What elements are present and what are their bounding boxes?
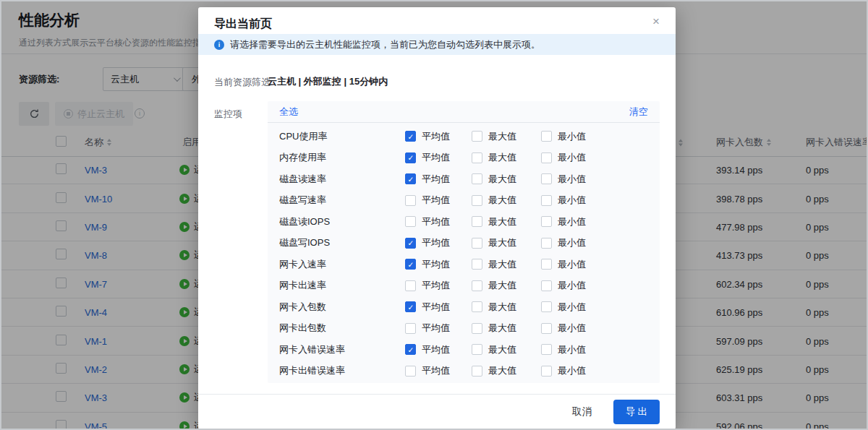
max-checkbox[interactable] [472, 301, 482, 312]
max-label: 最大值 [488, 130, 516, 143]
max-checkbox-group[interactable]: 最大值 [472, 301, 516, 314]
avg-checkbox[interactable] [405, 344, 416, 355]
min-checkbox-group[interactable]: 最小值 [541, 322, 586, 335]
min-checkbox[interactable] [541, 238, 552, 249]
avg-label: 平均值 [422, 215, 450, 228]
avg-checkbox[interactable] [405, 152, 416, 163]
metric-name: CPU使用率 [279, 130, 395, 143]
metric-name: 网卡入错误速率 [279, 343, 395, 356]
min-checkbox[interactable] [541, 195, 552, 206]
avg-checkbox[interactable] [405, 238, 416, 249]
min-checkbox[interactable] [541, 131, 552, 142]
metric-row: 网卡出错误速率 平均值 最大值 最小值 [268, 361, 660, 382]
avg-checkbox[interactable] [405, 323, 416, 334]
min-label: 最小值 [558, 364, 586, 377]
max-checkbox[interactable] [472, 238, 482, 249]
min-checkbox-group[interactable]: 最小值 [541, 364, 586, 377]
metric-row: 磁盘读速率 平均值 最大值 最小值 [268, 168, 660, 190]
max-checkbox[interactable] [472, 152, 482, 163]
avg-checkbox-group[interactable]: 平均值 [405, 322, 450, 335]
metric-row: 网卡出速率 平均值 最大值 最小值 [268, 275, 660, 297]
avg-checkbox[interactable] [405, 195, 416, 206]
min-checkbox-group[interactable]: 最小值 [541, 215, 586, 228]
max-label: 最大值 [488, 279, 516, 292]
metric-name: 内存使用率 [279, 151, 395, 164]
min-checkbox-group[interactable]: 最小值 [541, 279, 586, 292]
avg-checkbox-group[interactable]: 平均值 [405, 279, 450, 292]
min-checkbox-group[interactable]: 最小值 [541, 258, 586, 271]
metric-name: 网卡入速率 [279, 258, 395, 271]
close-icon[interactable]: × [652, 15, 660, 27]
min-checkbox-group[interactable]: 最小值 [541, 301, 586, 314]
current-filter-value: 云主机 | 外部监控 | 15分钟内 [268, 75, 388, 88]
avg-checkbox-group[interactable]: 平均值 [405, 215, 450, 228]
avg-checkbox-group[interactable]: 平均值 [405, 343, 450, 356]
max-checkbox-group[interactable]: 最大值 [472, 322, 516, 335]
min-label: 最小值 [558, 258, 586, 271]
avg-checkbox-group[interactable]: 平均值 [405, 301, 450, 314]
min-checkbox-group[interactable]: 最小值 [541, 151, 586, 164]
max-checkbox[interactable] [472, 366, 482, 377]
avg-checkbox[interactable] [405, 131, 416, 142]
max-checkbox-group[interactable]: 最大值 [472, 364, 516, 377]
max-checkbox[interactable] [472, 323, 482, 334]
max-checkbox-group[interactable]: 最大值 [472, 130, 516, 143]
clear-link[interactable]: 清空 [629, 106, 648, 119]
min-checkbox[interactable] [541, 173, 552, 184]
max-checkbox-group[interactable]: 最大值 [472, 279, 516, 292]
min-label: 最小值 [558, 279, 586, 292]
dialog-title: 导出当前页 [214, 17, 272, 32]
min-checkbox-group[interactable]: 最小值 [541, 173, 586, 186]
metric-row: 网卡入速率 平均值 最大值 最小值 [268, 254, 660, 275]
min-checkbox-group[interactable]: 最小值 [541, 194, 586, 207]
export-dialog: 导出当前页 × i 请选择需要导出的云主机性能监控项，当前已为您自动勾选列表中展… [198, 7, 676, 429]
min-checkbox-group[interactable]: 最小值 [541, 236, 586, 249]
min-checkbox[interactable] [541, 301, 552, 312]
max-checkbox-group[interactable]: 最大值 [472, 151, 516, 164]
min-checkbox[interactable] [541, 323, 552, 334]
select-all-link[interactable]: 全选 [279, 106, 298, 119]
avg-checkbox[interactable] [405, 280, 416, 291]
min-checkbox[interactable] [541, 366, 552, 377]
avg-checkbox[interactable] [405, 216, 416, 227]
metric-row: 网卡出包数 平均值 最大值 最小值 [268, 318, 660, 340]
max-checkbox-group[interactable]: 最大值 [472, 215, 516, 228]
max-checkbox[interactable] [472, 216, 482, 227]
min-checkbox[interactable] [541, 344, 552, 355]
avg-checkbox-group[interactable]: 平均值 [405, 194, 450, 207]
min-checkbox[interactable] [541, 152, 552, 163]
avg-checkbox[interactable] [405, 259, 416, 270]
min-checkbox[interactable] [541, 216, 552, 227]
avg-checkbox-group[interactable]: 平均值 [405, 364, 450, 377]
max-checkbox-group[interactable]: 最大值 [472, 343, 516, 356]
min-checkbox[interactable] [541, 280, 552, 291]
min-label: 最小值 [558, 301, 586, 314]
avg-checkbox-group[interactable]: 平均值 [405, 173, 450, 186]
avg-checkbox-group[interactable]: 平均值 [405, 130, 450, 143]
avg-checkbox[interactable] [405, 173, 416, 184]
max-checkbox-group[interactable]: 最大值 [472, 173, 516, 186]
max-checkbox[interactable] [472, 259, 482, 270]
max-label: 最大值 [488, 194, 516, 207]
avg-checkbox-group[interactable]: 平均值 [405, 151, 450, 164]
avg-checkbox[interactable] [405, 301, 416, 312]
max-checkbox[interactable] [472, 195, 482, 206]
cancel-button[interactable]: 取消 [572, 405, 592, 418]
avg-checkbox-group[interactable]: 平均值 [405, 236, 450, 249]
avg-checkbox-group[interactable]: 平均值 [405, 258, 450, 271]
min-checkbox[interactable] [541, 259, 552, 270]
max-checkbox[interactable] [472, 173, 482, 184]
min-checkbox-group[interactable]: 最小值 [541, 130, 586, 143]
max-checkbox[interactable] [472, 280, 482, 291]
max-label: 最大值 [488, 364, 516, 377]
max-checkbox-group[interactable]: 最大值 [472, 258, 516, 271]
max-checkbox[interactable] [472, 344, 482, 355]
max-checkbox-group[interactable]: 最大值 [472, 194, 516, 207]
max-checkbox[interactable] [472, 131, 482, 142]
metrics-panel: 全选 清空 CPU使用率 平均值 最大值 [268, 101, 660, 383]
min-checkbox-group[interactable]: 最小值 [541, 343, 586, 356]
max-checkbox-group[interactable]: 最大值 [472, 236, 516, 249]
avg-checkbox[interactable] [405, 366, 416, 377]
export-button[interactable]: 导出 [613, 400, 660, 424]
metric-name: 网卡出速率 [279, 279, 395, 292]
